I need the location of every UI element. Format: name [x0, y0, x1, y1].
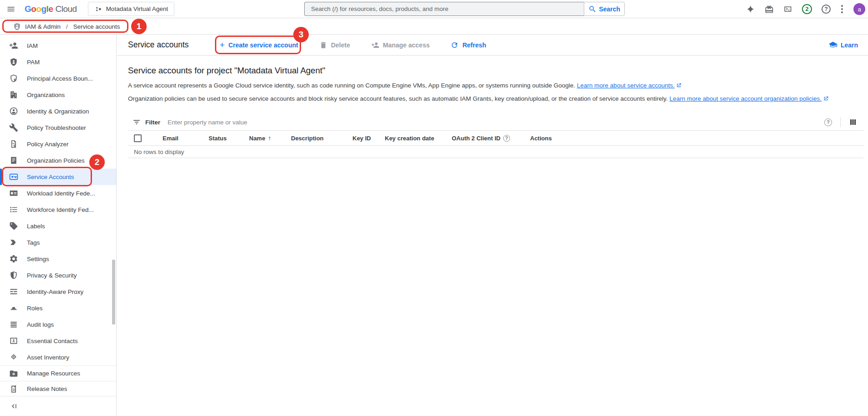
topbar-icons: 2 ? a [746, 0, 865, 18]
search-icon [588, 5, 597, 13]
learn-more-service-accounts-link[interactable]: Learn more about service accounts. [577, 82, 675, 89]
column-header-oauth2-client-id[interactable]: OAuth 2 Client ID? [446, 135, 525, 142]
sidebar-item-release-notes[interactable]: Release Notes [0, 381, 116, 396]
sidebar-item-label: Organizations [27, 92, 65, 98]
learn-button[interactable]: Learn [828, 41, 863, 50]
select-all-checkbox[interactable] [134, 134, 142, 142]
learn-label: Learn [841, 41, 858, 49]
project-selector[interactable]: Motadata Virtual Agent [88, 2, 174, 16]
notifications-badge[interactable]: 2 [802, 4, 812, 14]
sidebar-item-label: Service Accounts [27, 174, 74, 180]
sidebar-item-label: Identity-Aware Proxy [27, 288, 83, 295]
project-name: Motadata Virtual Agent [106, 5, 168, 12]
delete-label: Delete [331, 41, 350, 49]
account-avatar[interactable]: a [853, 3, 865, 15]
sidebar-item-organization-policies[interactable]: Organization Policies [0, 152, 116, 169]
column-header-actions: Actions [525, 135, 863, 142]
sidebar-item-service-accounts[interactable]: Service Accounts [0, 169, 116, 185]
page-toolbar: Service accounts + Create service accoun… [117, 35, 868, 56]
learn-more-org-policies-link[interactable]: Learn more about service account organiz… [669, 95, 822, 102]
content-heading: Service accounts for project "Motadata V… [128, 66, 863, 76]
search-input[interactable] [304, 2, 584, 16]
sidebar-item-policy-analyzer[interactable]: Policy Analyzer [0, 136, 116, 152]
person-add-icon [371, 41, 379, 49]
toolbar-actions: + Create service account Delete Manage a… [220, 41, 486, 49]
breadcrumb-page[interactable]: Service accounts [73, 23, 120, 30]
sidebar-item-label: PAM [27, 59, 40, 66]
delete-button[interactable]: Delete [319, 41, 350, 49]
filter-icon [133, 118, 141, 126]
plus-icon: + [220, 41, 225, 49]
sidebar-item-label: Roles [27, 305, 43, 312]
create-service-account-button[interactable]: + Create service account [220, 41, 298, 49]
logo-letter: G [25, 4, 31, 14]
nested-diamond-icon [9, 353, 18, 362]
sidebar-item-workload-identity-federation[interactable]: Workload Identity Fede... [0, 185, 116, 201]
logo-letter: e [48, 4, 53, 14]
document-star-icon [9, 385, 18, 394]
top-app-bar: Google Cloud Motadata Virtual Agent Sear… [0, 0, 868, 18]
sidebar-collapse-button[interactable] [0, 396, 116, 416]
sidebar-item-workforce-identity-federation[interactable]: Workforce Identity Fed... [0, 201, 116, 218]
sidebar-item-identity-organization[interactable]: Identity & Organization [0, 103, 116, 119]
refresh-button[interactable]: Refresh [450, 41, 486, 49]
gift-icon[interactable] [765, 5, 774, 14]
sidebar-item-manage-resources[interactable]: Manage Resources [0, 366, 116, 381]
gemini-sparkle-icon[interactable] [746, 5, 755, 14]
graduation-cap-icon [828, 41, 837, 50]
column-header-name[interactable]: Name↑ [244, 134, 286, 142]
filter-input[interactable] [168, 119, 824, 126]
column-header-key-id[interactable]: Key ID [347, 135, 379, 142]
manage-access-button[interactable]: Manage access [371, 41, 430, 49]
sidebar-item-labels[interactable]: Labels [0, 218, 116, 234]
sidebar-item-principal-access-boundary[interactable]: Principal Access Boun... [0, 70, 116, 87]
document-lines-icon [9, 156, 18, 165]
oauth-help-icon[interactable]: ? [503, 135, 510, 142]
column-header-status[interactable]: Status [203, 135, 244, 142]
wrench-icon [9, 123, 18, 132]
sidebar-item-label: IAM [27, 42, 38, 49]
main-panel: Service accounts + Create service accoun… [117, 35, 868, 416]
search-button[interactable]: Search [584, 2, 625, 16]
sidebar-item-essential-contacts[interactable]: Essential Contacts [0, 333, 116, 349]
sidebar-nav: IAM PAM Principal Access Boun... Organiz… [0, 35, 117, 416]
more-options-icon[interactable] [840, 4, 844, 14]
sidebar-item-label: Policy Troubleshooter [27, 124, 86, 131]
column-header-key-creation-date[interactable]: Key creation date [379, 135, 446, 142]
column-header-description[interactable]: Description [286, 135, 347, 142]
search-button-label: Search [599, 5, 620, 13]
sidebar-item-privacy-security[interactable]: Privacy & Security [0, 267, 116, 283]
column-options-icon[interactable] [849, 118, 857, 126]
person-circle-icon [9, 107, 18, 116]
sidebar-item-identity-aware-proxy[interactable]: Identity-Aware Proxy [0, 283, 116, 300]
sidebar-item-policy-troubleshooter[interactable]: Policy Troubleshooter [0, 119, 116, 136]
sidebar-item-asset-inventory[interactable]: Asset Inventory [0, 349, 116, 365]
sidebar-item-organizations[interactable]: Organizations [0, 87, 116, 103]
sidebar-item-iam[interactable]: IAM [0, 37, 116, 54]
sidebar-item-label: Principal Access Boun... [27, 75, 93, 82]
sidebar-scrollbar[interactable] [112, 260, 115, 324]
logo-letter: o [36, 4, 41, 14]
help-icon[interactable]: ? [822, 5, 831, 14]
sidebar-item-audit-logs[interactable]: Audit logs [0, 316, 116, 333]
column-header-email[interactable]: Email [157, 135, 203, 142]
sidebar-item-label: Policy Analyzer [27, 141, 69, 148]
sidebar-item-roles[interactable]: Roles [0, 300, 116, 316]
breadcrumb-section[interactable]: IAM & Admin [25, 23, 61, 30]
logo-letter: g [41, 4, 46, 14]
page-title: Service accounts [128, 40, 189, 50]
logo-cloud-text: Cloud [55, 4, 77, 14]
sidebar-item-tags[interactable]: Tags [0, 234, 116, 251]
hamburger-menu-icon[interactable] [6, 5, 15, 14]
sidebar-item-pam[interactable]: PAM [0, 54, 116, 70]
breadcrumb[interactable]: IAM & Admin / Service accounts [13, 22, 120, 31]
project-icon [94, 5, 102, 13]
table-help-icon[interactable]: ? [824, 118, 832, 126]
filter-bar: Filter ? [128, 114, 863, 131]
org-policies-paragraph: Organization policies can be used to sec… [128, 95, 863, 102]
cloud-shell-icon[interactable] [783, 5, 792, 14]
sidebar-item-label: Labels [27, 223, 45, 230]
service-accounts-table: Filter ? Email Status Name↑ Description … [128, 114, 863, 158]
sidebar-item-settings[interactable]: Settings [0, 251, 116, 267]
google-cloud-logo[interactable]: Google Cloud [25, 4, 77, 14]
